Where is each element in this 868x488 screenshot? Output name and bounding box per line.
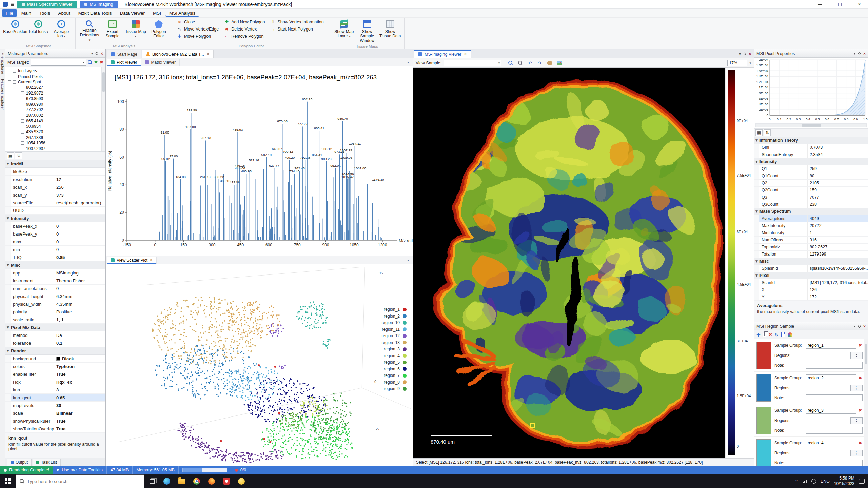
checkbox[interactable] — [21, 130, 24, 134]
tray-chevron-icon[interactable]: ^ — [795, 479, 798, 484]
checkbox[interactable] — [21, 136, 24, 139]
property-row-knn[interactable]: knn3 — [5, 386, 105, 394]
tree-item-1054-1056[interactable]: 1054.1056 — [5, 140, 105, 146]
remove-sample-button[interactable]: ✖ — [858, 343, 863, 348]
menu-item-data-viewer[interactable]: Data Viewer — [116, 9, 149, 17]
legend-item-region-3[interactable]: region_3 — [382, 347, 407, 351]
checkbox[interactable] — [21, 119, 24, 123]
filter-icon[interactable] — [94, 61, 98, 64]
view-sample-combobox[interactable]: ▾ — [444, 60, 501, 66]
checkbox[interactable] — [21, 114, 24, 117]
ribbon-button-delete-vertex[interactable]: Delete Vertex — [223, 26, 266, 32]
menu-item-main[interactable]: Main — [18, 9, 35, 17]
tree-item-777-2702[interactable]: 777.2702 — [5, 107, 105, 113]
window-tab-mass-spectrum-viewer[interactable]: Mass Spectrum Viewer — [17, 1, 77, 8]
search-input[interactable] — [27, 479, 140, 484]
legend-item-region-4[interactable]: region_4 — [382, 353, 407, 358]
chevron-down-icon[interactable]: ▾ — [749, 61, 751, 65]
ribbon-button-show-sample-window[interactable]: Show Sample Window — [356, 19, 378, 44]
taskbar-app-edge[interactable] — [159, 474, 174, 488]
region-color-swatch[interactable] — [756, 439, 771, 466]
categorized-view-button[interactable]: ▦ — [755, 129, 763, 136]
menu-item-tools[interactable]: Tools — [36, 9, 54, 17]
add-region-button[interactable]: ✚ — [756, 332, 761, 338]
property-row-resolution[interactable]: resolution17 — [5, 176, 105, 183]
ribbon-button-remove-polygon[interactable]: Remove Polygon — [223, 33, 266, 39]
sample-group-input[interactable] — [806, 342, 856, 349]
property-category-mass-spectrum[interactable]: ▼Mass Spectrum — [754, 208, 868, 215]
property-row-uuid[interactable]: UUID — [5, 207, 105, 215]
categorized-view-button[interactable]: ▦ — [7, 152, 14, 159]
ribbon-button-start-next-polygon[interactable]: Start Next Polygon — [269, 26, 325, 32]
legend-item-region-12[interactable]: region_12 — [382, 333, 407, 338]
ribbon-button-move-polygon[interactable]: Move Polygon — [176, 33, 220, 39]
checkbox[interactable] — [13, 75, 16, 78]
checkbox[interactable] — [21, 92, 24, 95]
checkbox[interactable] — [21, 125, 24, 128]
close-icon[interactable]: × — [863, 51, 866, 56]
file-explorer-vertical-tab[interactable]: File Explorer — [1, 52, 5, 74]
ribbon-button-move-vertex-edge[interactable]: Move Vertex/Edge — [176, 26, 220, 32]
scatter-plot-tab[interactable]: View Scatter Plot ✕ — [107, 257, 157, 264]
note-input[interactable] — [806, 394, 863, 401]
taskbar-app-misc[interactable] — [234, 474, 249, 488]
zoom-level-input[interactable] — [727, 60, 747, 66]
property-row-filesize[interactable]: fileSize — [5, 168, 105, 176]
ribbon-button-basepeakion[interactable]: BasePeakIon — [4, 19, 26, 35]
search-icon[interactable] — [88, 60, 92, 65]
taskbar-app-chrome[interactable] — [189, 474, 204, 488]
ribbon-button-total-ions[interactable]: Total Ions ▾ — [27, 19, 50, 35]
ribbon-button-close[interactable]: Close — [176, 19, 220, 25]
tree-item-current-spot[interactable]: Current Spot — [5, 79, 105, 85]
msi-image-canvas[interactable]: 870.40 um — [413, 68, 725, 458]
alphabetical-sort-button[interactable]: ⇅ — [764, 129, 771, 136]
property-category-imzml[interactable]: ▼imzML — [5, 160, 105, 168]
pin-icon[interactable] — [858, 325, 861, 328]
menu-item-file[interactable]: File — [2, 9, 17, 17]
checkbox[interactable] — [21, 141, 24, 145]
property-row-tolerance[interactable]: tolerance0.1 — [5, 339, 105, 347]
task-list-tab[interactable]: Task List — [33, 459, 61, 466]
tree-item-865-4149[interactable]: 865.4149 — [5, 118, 105, 124]
chevron-down-icon[interactable]: ▾ — [854, 324, 855, 328]
features-explorer-vertical-tab[interactable]: Features Explorer — [1, 79, 5, 110]
property-row-instrument[interactable]: instrumentThermo Fisher — [5, 277, 105, 285]
legend-item-region-9[interactable]: region_9 — [382, 386, 407, 391]
property-category-intensity[interactable]: ▼Intensity — [754, 158, 868, 165]
property-row-polarity[interactable]: polarityPositive — [5, 308, 105, 316]
sample-group-input[interactable] — [806, 374, 856, 381]
save-regions-button[interactable] — [781, 332, 785, 337]
legend-item-region-11[interactable]: region_11 — [382, 327, 407, 332]
task-view-button[interactable] — [144, 474, 159, 488]
property-category-misc[interactable]: ▼Misc — [754, 258, 868, 265]
property-row-maplevels[interactable]: mapLevels30 — [5, 402, 105, 409]
tree-item-1007-2937[interactable]: 1007.2937 — [5, 146, 105, 151]
property-row-showtotalionoverlap[interactable]: showTotalIonOverlapTrue — [5, 425, 105, 433]
tree-item-435-9320[interactable]: 435.9320 — [5, 129, 105, 135]
collapse-icon[interactable] — [8, 80, 11, 83]
close-icon[interactable]: × — [749, 52, 751, 56]
taskbar-app-file-explorer[interactable] — [174, 474, 189, 488]
ms-imaging-viewer-tab[interactable]: MS-Imaging Viewer ✕ — [414, 50, 471, 58]
taskbar-app-firefox[interactable] — [204, 474, 219, 488]
property-row-scale[interactable]: scaleBilinear — [5, 409, 105, 417]
ribbon-button-show-map-layer[interactable]: Show Map Layer ▾ — [333, 19, 355, 40]
sample-group-input[interactable] — [806, 440, 856, 446]
property-row-method[interactable]: methodDa — [5, 331, 105, 339]
property-row-totalion[interactable]: TotalIon1279399 — [754, 251, 868, 258]
ribbon-button-feature-detections[interactable]: Feature Detections ▾ — [78, 19, 101, 43]
pin-icon[interactable] — [858, 52, 861, 55]
ribbon-button-show-vertex-information[interactable]: Show Vertex Information — [269, 19, 325, 25]
property-row-q2[interactable]: Q22105 — [754, 180, 868, 187]
start-button[interactable] — [0, 474, 16, 488]
clear-icon[interactable]: ✖ — [100, 60, 103, 65]
chevron-down-icon[interactable]: ▾ — [407, 60, 412, 64]
close-tab-icon[interactable]: ✕ — [150, 258, 153, 262]
property-row-max[interactable]: max0 — [5, 238, 105, 246]
pan-hand-icon[interactable] — [546, 59, 553, 67]
property-row-y[interactable]: Y172 — [754, 293, 868, 301]
msi-target-combobox[interactable]: ▾ — [31, 59, 86, 66]
maximize-button[interactable]: ▢ — [838, 2, 842, 7]
alphabetical-sort-button[interactable]: ⇅ — [15, 152, 22, 159]
note-input[interactable] — [806, 362, 863, 369]
